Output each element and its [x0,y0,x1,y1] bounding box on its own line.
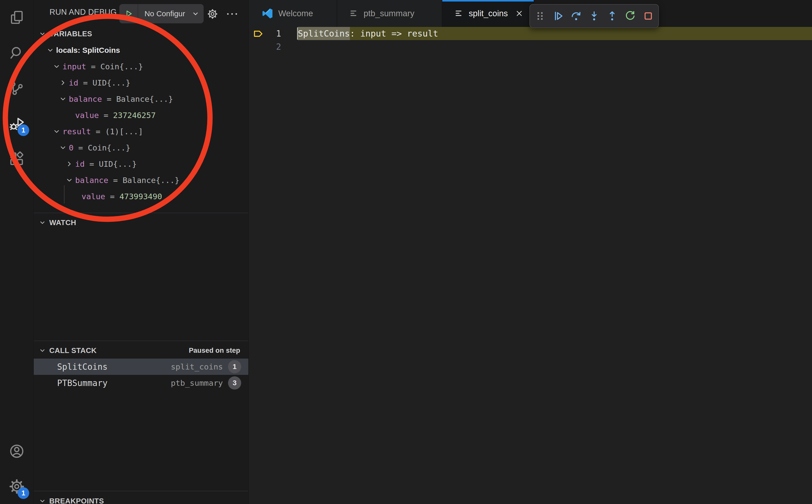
tab-label: ptb_summary [363,9,415,18]
tab-label: Welcome [278,9,313,18]
chevron-right-icon [58,79,68,87]
more-actions-icon[interactable] [225,10,239,18]
activity-item-search[interactable] [0,35,33,71]
code-text: SplitCoins: input => result [298,27,812,40]
section-header-breakpoints[interactable]: BREAKPOINTS [34,493,248,504]
launch-config-dropdown[interactable]: No Configur [119,4,204,23]
gear-icon[interactable] [206,8,219,20]
variable-name: value [81,192,105,201]
variables-tree-row[interactable]: value = 473993490 [34,188,248,205]
activity-bar-spacer [0,176,33,433]
variables-tree-row[interactable]: balance = Balance{...} [34,91,248,107]
equals-sign: = [85,159,99,169]
variables-tree-row[interactable]: locals: SplitCoins [34,42,248,58]
stop-button[interactable] [640,8,656,24]
activity-item-extensions[interactable] [0,141,33,176]
variables-tree-row[interactable]: balance = Balance{...} [34,172,248,188]
tab-Welcome[interactable]: Welcome [249,0,337,27]
start-debug-icon[interactable] [119,4,138,23]
call-stack-frame[interactable]: SplitCoins split_coins 1 [34,359,248,375]
chevron-down-icon [38,497,47,504]
chevron-down-icon [64,176,74,184]
variable-value: 473993490 [119,192,162,201]
variables-tree-row[interactable]: result = (1)[...] [34,123,248,140]
chevron-right-icon [64,160,74,168]
step-out-button[interactable] [604,8,620,24]
equals-sign: = [108,176,123,185]
code-line-1[interactable]: 1 SplitCoins: input => result [249,27,812,40]
restart-button[interactable] [622,8,638,24]
vscode-logo-icon [261,7,274,20]
continue-button[interactable] [550,8,566,24]
activity-bar-bottom: 1 [0,433,33,504]
chevron-down-icon [58,144,68,152]
equals-sign: = [86,62,100,71]
variable-name: id [69,78,78,87]
step-over-button[interactable] [568,8,584,24]
frame-source: split_coins [171,362,223,371]
variable-name: 0 [69,143,74,152]
activity-item-account[interactable] [0,433,33,469]
variable-name: result [62,127,91,136]
chevron-down-icon [58,95,68,103]
activity-badge: 1 [18,124,29,136]
variables-tree-row[interactable]: value = 237246257 [34,107,248,123]
variable-value: Balance{...} [123,176,179,185]
equals-sign: = [99,111,113,120]
file-list-icon [349,8,359,19]
activity-bar-top: 1 [0,0,33,176]
variable-name: value [75,111,99,120]
file-list-icon [454,8,464,19]
tab-ptb_summary[interactable]: ptb_summary [337,0,442,27]
activity-item-settings[interactable]: 1 [0,469,33,504]
variables-tree-row[interactable]: input = Coin{...} [34,58,248,75]
activity-item-run-debug[interactable]: 1 [0,106,33,141]
frame-badge: 1 [228,360,241,373]
highlighted-word: SplitCoins [298,27,350,40]
equals-sign: = [74,143,88,152]
activity-item-explorer[interactable] [0,0,33,35]
section-label: BREAKPOINTS [49,497,104,504]
vscode-window: 1 1 RUN AND DEBUG No Configur [0,0,812,504]
section-header-watch[interactable]: WATCH [34,214,248,231]
frame-meta: ptb_summary 3 [171,375,241,391]
activity-badge: 1 [18,487,29,499]
frame-meta: split_coins 1 [171,359,241,375]
line-number: 2 [249,40,281,53]
section-header-call-stack[interactable]: CALL STACK Paused on step [34,342,248,359]
chevron-down-icon [38,30,47,38]
variable-name: input [62,62,86,71]
section-header-variables[interactable]: VARIABLES [34,26,248,42]
activity-item-source-control[interactable] [0,71,33,106]
variable-value: UID{...} [99,159,137,169]
variable-name: balance [69,94,102,104]
code-line-2[interactable]: 2 [249,40,812,53]
call-stack-frame[interactable]: PTBSummary ptb_summary 3 [34,375,248,391]
chevron-down-icon [38,347,47,354]
pause-status-text: Paused on step [189,342,240,359]
call-stack-frames: SplitCoins split_coins 1 PTBSummary ptb_… [34,359,248,391]
tab-split_coins[interactable]: split_coins [442,0,534,27]
variable-name: id [75,159,85,169]
section-divider [34,491,248,491]
line-number: 1 [249,27,281,40]
tab-label: split_coins [469,9,508,18]
editor-area: Welcome ptb_summary split_coins 1 SplitC… [249,0,812,504]
variables-tree-row[interactable]: 0 = Coin{...} [34,140,248,156]
config-dropdown-label: No Configur [138,9,191,18]
chevron-down-icon [45,46,55,54]
equals-sign: = [105,192,119,201]
variables-tree-row[interactable]: id = UID{...} [34,156,248,172]
variable-value: Balance{...} [116,94,173,104]
chevron-down-icon [52,63,61,70]
close-icon[interactable] [515,9,524,18]
section-label: VARIABLES [49,30,92,38]
activity-bar: 1 1 [0,0,34,504]
sidebar-title: RUN AND DEBUG [49,8,117,17]
variable-value: UID{...} [92,78,130,87]
frame-name: PTBSummary [57,378,108,388]
step-into-button[interactable] [586,8,602,24]
scope-label: locals: SplitCoins [56,46,120,55]
variables-tree-row[interactable]: id = UID{...} [34,75,248,91]
gripper-button[interactable] [532,8,548,24]
